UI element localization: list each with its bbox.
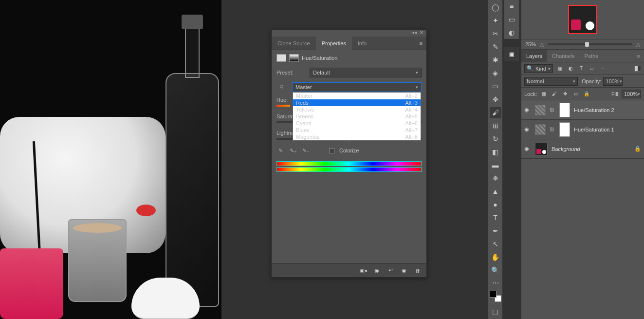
navigator-zoom-row: 25% △ △ <box>521 39 644 50</box>
history-brush-tool-icon[interactable]: ↻ <box>490 133 501 145</box>
crop-tool-icon[interactable]: ✂ <box>490 28 501 39</box>
tab-properties[interactable]: Properties <box>316 37 352 50</box>
tab-info[interactable]: Info <box>352 37 372 50</box>
navigator-thumbnail[interactable] <box>568 5 597 34</box>
document-canvas[interactable] <box>0 0 221 319</box>
actions-panel-icon[interactable]: ▭ <box>506 15 517 23</box>
quick-mask-icon[interactable]: ▢ <box>490 306 501 317</box>
view-previous-icon[interactable]: ◉ <box>373 267 381 275</box>
eraser-tool-icon[interactable]: ◧ <box>490 146 501 157</box>
layer-filter-kind[interactable]: 🔍 Kind ▾ <box>524 64 553 73</box>
filter-pixel-icon[interactable]: ▦ <box>556 65 564 73</box>
eyedropper-add-icon[interactable]: ✎₊ <box>289 147 297 154</box>
tab-clone-source[interactable]: Clone Source <box>272 37 316 50</box>
zoom-slider[interactable] <box>548 43 632 45</box>
gradient-tool-icon[interactable]: ▬ <box>490 159 501 170</box>
visibility-icon[interactable]: ◉ <box>524 107 531 113</box>
eyedropper-tool-icon[interactable]: ✎ <box>490 41 501 53</box>
lock-image-icon[interactable]: 🖌 <box>551 90 558 98</box>
clip-to-layer-icon[interactable]: ▣◂ <box>359 267 367 275</box>
marquee-tool-icon[interactable]: ▭ <box>490 81 501 92</box>
adjustment-thumb-icon[interactable] <box>535 124 546 135</box>
tab-layers[interactable]: Layers <box>521 50 547 62</box>
channel-option-master[interactable]: MasterAlt+2 <box>293 93 421 99</box>
channel-option-cyans[interactable]: CyansAlt+6 <box>293 120 421 127</box>
foreground-color-swatch[interactable] <box>490 291 497 298</box>
channel-option-yellows[interactable]: YellowsAlt+4 <box>293 106 421 113</box>
blur-tool-icon[interactable]: ❄ <box>490 172 501 184</box>
opacity-input[interactable]: 100%▾ <box>603 77 623 86</box>
layers-menu-icon[interactable]: ≡ <box>633 53 644 59</box>
panel-collapse-bar[interactable]: ◂◂ ✕ <box>272 30 426 37</box>
pen-tool-icon[interactable]: ✒ <box>490 225 501 236</box>
mask-thumb[interactable] <box>559 122 570 137</box>
fill-input[interactable]: 100%▾ <box>622 90 641 98</box>
preset-dropdown[interactable]: Default ▾ <box>310 68 422 77</box>
targeted-adjustment-icon[interactable]: ☟ <box>276 82 286 92</box>
lock-transparent-icon[interactable]: ▦ <box>540 90 548 98</box>
clone-stamp-tool-icon[interactable]: ⊞ <box>490 120 501 131</box>
zoom-in-icon[interactable]: △ <box>636 41 640 48</box>
layer-thumb[interactable] <box>535 143 548 155</box>
blend-mode-dropdown[interactable]: Normal▾ <box>524 77 578 86</box>
eyedropper-icon[interactable]: ✎ <box>276 147 284 154</box>
colorize-checkbox[interactable] <box>329 148 334 153</box>
filter-type-icon[interactable]: T <box>577 65 585 73</box>
color-swatches[interactable] <box>490 291 501 302</box>
filter-shape-icon[interactable]: ▱ <box>588 65 596 73</box>
layer-name[interactable]: Background <box>552 146 580 152</box>
hand-tool-icon[interactable]: ✋ <box>490 251 501 263</box>
filter-toggle[interactable] <box>634 66 641 72</box>
hue-slider[interactable] <box>276 105 290 107</box>
visibility-icon[interactable]: ◉ <box>524 126 531 133</box>
mask-thumb[interactable] <box>559 103 570 117</box>
type-tool-icon[interactable]: T <box>490 212 501 223</box>
lock-position-icon[interactable]: ✥ <box>561 90 569 98</box>
layer-name[interactable]: Hue/Saturation 1 <box>574 127 614 132</box>
lock-all-icon[interactable]: 🔒 <box>583 90 590 98</box>
adjustment-thumb-icon[interactable] <box>535 105 546 115</box>
lock-nested-icon[interactable]: ▭ <box>572 90 580 98</box>
healing-brush-tool-icon[interactable]: ✱ <box>490 55 501 66</box>
zoom-tool-icon[interactable]: 🔍 <box>490 264 501 276</box>
channel-option-blues[interactable]: BluesAlt+7 <box>293 127 421 133</box>
link-icon: ⛓ <box>550 107 555 113</box>
lasso-tool-icon[interactable]: ◯ <box>490 2 501 13</box>
visibility-icon[interactable]: ◉ <box>524 146 531 152</box>
channel-option-magentas[interactable]: MagentasAlt+8 <box>293 133 421 140</box>
eyedropper-subtract-icon[interactable]: ✎₋ <box>302 147 310 154</box>
layer-row[interactable]: ◉ ⛓ Hue/Saturation 2 <box>521 100 644 120</box>
tab-paths[interactable]: Paths <box>580 50 603 62</box>
move-tool-icon[interactable]: ✥ <box>490 94 501 105</box>
spot-healing-tool-icon[interactable]: ◈ <box>490 68 501 79</box>
filter-adjustment-icon[interactable]: ◐ <box>567 65 574 73</box>
edit-toolbar-icon[interactable]: ⋯ <box>490 278 501 289</box>
panel-menu-icon[interactable]: ≡ <box>416 40 426 46</box>
zoom-out-icon[interactable]: △ <box>540 41 544 48</box>
channel-option-greens[interactable]: GreensAlt+5 <box>293 113 421 120</box>
history-panel-icon[interactable]: ≡ <box>506 2 517 10</box>
chevron-down-icon: ▾ <box>416 85 418 90</box>
channel-option-reds[interactable]: RedsAlt+3 <box>293 99 421 106</box>
delete-icon[interactable]: 🗑 <box>414 267 422 275</box>
reset-icon[interactable]: ↶ <box>386 267 394 275</box>
filter-smart-icon[interactable]: ▫ <box>599 65 607 73</box>
color-spectrum[interactable] <box>276 161 422 172</box>
preset-value: Default <box>313 70 330 75</box>
channel-dropdown[interactable]: Master ▾ MasterAlt+2 RedsAlt+3 YellowsAl… <box>292 82 422 92</box>
adjustments-panel-icon[interactable]: ◐ <box>506 29 517 37</box>
colorize-label: Colorize <box>339 148 359 153</box>
adjustment-icon <box>276 54 286 62</box>
layer-name[interactable]: Hue/Saturation 2 <box>574 107 614 113</box>
tab-channels[interactable]: Channels <box>547 50 579 62</box>
layer-row[interactable]: ◉ Background 🔒 <box>521 139 644 159</box>
properties-panel-icon[interactable]: ▣ <box>504 47 519 61</box>
brush-tool-icon[interactable]: 🖌 <box>490 107 501 118</box>
dodge-tool-icon[interactable]: ▲ <box>490 186 501 197</box>
channel-dropdown-list: MasterAlt+2 RedsAlt+3 YellowsAlt+4 Green… <box>293 92 421 141</box>
layer-row[interactable]: ◉ ⛓ Hue/Saturation 1 <box>521 120 644 139</box>
toggle-visibility-icon[interactable]: ◉ <box>400 267 408 275</box>
path-select-tool-icon[interactable]: ↖ <box>490 238 501 249</box>
quick-select-tool-icon[interactable]: ✦ <box>490 15 501 26</box>
burn-tool-icon[interactable]: ● <box>490 199 501 210</box>
